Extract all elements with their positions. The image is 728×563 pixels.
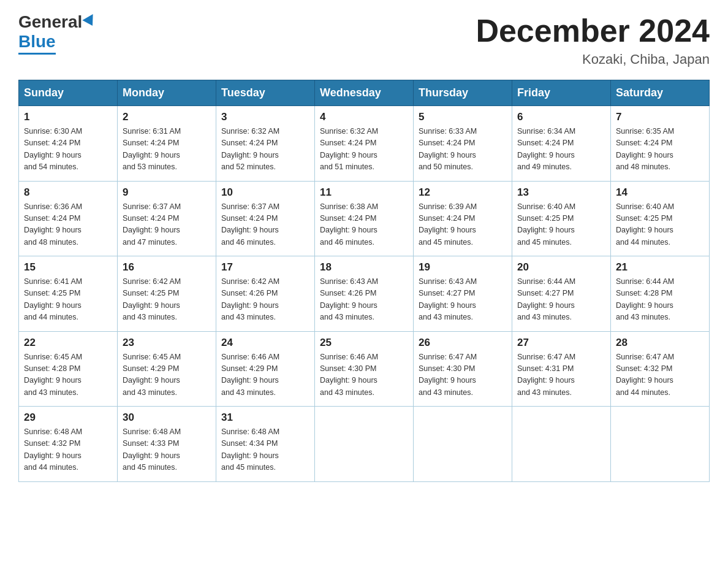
day-number: 17 xyxy=(221,261,309,274)
day-info: Sunrise: 6:34 AMSunset: 4:24 PMDaylight:… xyxy=(517,126,605,174)
day-number: 2 xyxy=(123,111,211,123)
calendar-cell: 23Sunrise: 6:45 AMSunset: 4:29 PMDayligh… xyxy=(118,331,216,407)
calendar-cell: 20Sunrise: 6:44 AMSunset: 4:27 PMDayligh… xyxy=(512,256,611,332)
day-number: 9 xyxy=(123,186,211,199)
calendar-cell: 22Sunrise: 6:45 AMSunset: 4:28 PMDayligh… xyxy=(19,331,118,407)
calendar-cell: 1Sunrise: 6:30 AMSunset: 4:24 PMDaylight… xyxy=(19,106,118,182)
title-section: December 2024 Kozaki, Chiba, Japan xyxy=(476,12,710,67)
calendar-cell: 15Sunrise: 6:41 AMSunset: 4:25 PMDayligh… xyxy=(19,256,118,332)
calendar-cell: 14Sunrise: 6:40 AMSunset: 4:25 PMDayligh… xyxy=(611,181,710,256)
day-info: Sunrise: 6:45 AMSunset: 4:28 PMDaylight:… xyxy=(24,351,112,399)
day-number: 15 xyxy=(24,261,112,274)
day-number: 29 xyxy=(24,412,112,424)
day-info: Sunrise: 6:47 AMSunset: 4:32 PMDaylight:… xyxy=(616,351,704,399)
calendar-cell: 13Sunrise: 6:40 AMSunset: 4:25 PMDayligh… xyxy=(512,181,611,256)
day-info: Sunrise: 6:38 AMSunset: 4:24 PMDaylight:… xyxy=(320,201,408,249)
calendar-cell: 4Sunrise: 6:32 AMSunset: 4:24 PMDaylight… xyxy=(315,106,414,182)
day-of-week-header: Monday xyxy=(118,80,216,106)
day-number: 21 xyxy=(616,261,704,274)
calendar-cell: 8Sunrise: 6:36 AMSunset: 4:24 PMDaylight… xyxy=(19,181,118,256)
calendar-cell: 18Sunrise: 6:43 AMSunset: 4:26 PMDayligh… xyxy=(315,256,414,332)
day-info: Sunrise: 6:40 AMSunset: 4:25 PMDaylight:… xyxy=(517,201,605,249)
day-number: 27 xyxy=(517,337,605,349)
day-of-week-header: Tuesday xyxy=(216,80,315,106)
calendar-cell xyxy=(611,407,710,482)
calendar-week-row: 15Sunrise: 6:41 AMSunset: 4:25 PMDayligh… xyxy=(19,256,710,332)
calendar-week-row: 1Sunrise: 6:30 AMSunset: 4:24 PMDaylight… xyxy=(19,106,710,182)
day-number: 13 xyxy=(517,186,605,199)
day-info: Sunrise: 6:30 AMSunset: 4:24 PMDaylight:… xyxy=(24,126,112,174)
day-number: 22 xyxy=(24,337,112,349)
day-number: 19 xyxy=(419,261,507,274)
calendar-cell: 9Sunrise: 6:37 AMSunset: 4:24 PMDaylight… xyxy=(118,181,216,256)
calendar-cell: 3Sunrise: 6:32 AMSunset: 4:24 PMDaylight… xyxy=(216,106,315,182)
logo-triangle-icon xyxy=(83,14,98,29)
day-info: Sunrise: 6:48 AMSunset: 4:33 PMDaylight:… xyxy=(123,426,211,474)
calendar-cell: 16Sunrise: 6:42 AMSunset: 4:25 PMDayligh… xyxy=(118,256,216,332)
calendar-body: 1Sunrise: 6:30 AMSunset: 4:24 PMDaylight… xyxy=(19,106,710,482)
day-info: Sunrise: 6:33 AMSunset: 4:24 PMDaylight:… xyxy=(419,126,507,174)
day-info: Sunrise: 6:45 AMSunset: 4:29 PMDaylight:… xyxy=(123,351,211,399)
calendar-cell: 30Sunrise: 6:48 AMSunset: 4:33 PMDayligh… xyxy=(118,407,216,482)
day-number: 30 xyxy=(123,412,211,424)
day-info: Sunrise: 6:48 AMSunset: 4:32 PMDaylight:… xyxy=(24,426,112,474)
calendar-cell xyxy=(315,407,414,482)
calendar-cell: 7Sunrise: 6:35 AMSunset: 4:24 PMDaylight… xyxy=(611,106,710,182)
day-number: 12 xyxy=(419,186,507,199)
calendar-cell: 26Sunrise: 6:47 AMSunset: 4:30 PMDayligh… xyxy=(414,331,512,407)
day-of-week-header: Saturday xyxy=(611,80,710,106)
day-info: Sunrise: 6:40 AMSunset: 4:25 PMDaylight:… xyxy=(616,201,704,249)
calendar-cell: 27Sunrise: 6:47 AMSunset: 4:31 PMDayligh… xyxy=(512,331,611,407)
calendar-cell: 11Sunrise: 6:38 AMSunset: 4:24 PMDayligh… xyxy=(315,181,414,256)
day-info: Sunrise: 6:44 AMSunset: 4:27 PMDaylight:… xyxy=(517,276,605,324)
day-number: 26 xyxy=(419,337,507,349)
calendar-cell: 24Sunrise: 6:46 AMSunset: 4:29 PMDayligh… xyxy=(216,331,315,407)
day-info: Sunrise: 6:37 AMSunset: 4:24 PMDaylight:… xyxy=(123,201,211,249)
day-info: Sunrise: 6:32 AMSunset: 4:24 PMDaylight:… xyxy=(320,126,408,174)
calendar-cell: 29Sunrise: 6:48 AMSunset: 4:32 PMDayligh… xyxy=(19,407,118,482)
day-number: 8 xyxy=(24,186,112,199)
calendar-subtitle: Kozaki, Chiba, Japan xyxy=(476,52,710,67)
day-number: 10 xyxy=(221,186,309,199)
day-info: Sunrise: 6:41 AMSunset: 4:25 PMDaylight:… xyxy=(24,276,112,324)
day-number: 20 xyxy=(517,261,605,274)
calendar-cell: 5Sunrise: 6:33 AMSunset: 4:24 PMDaylight… xyxy=(414,106,512,182)
calendar-cell: 31Sunrise: 6:48 AMSunset: 4:34 PMDayligh… xyxy=(216,407,315,482)
day-info: Sunrise: 6:43 AMSunset: 4:27 PMDaylight:… xyxy=(419,276,507,324)
day-info: Sunrise: 6:46 AMSunset: 4:30 PMDaylight:… xyxy=(320,351,408,399)
day-number: 11 xyxy=(320,186,408,199)
calendar-cell: 25Sunrise: 6:46 AMSunset: 4:30 PMDayligh… xyxy=(315,331,414,407)
day-of-week-header: Thursday xyxy=(414,80,512,106)
day-number: 31 xyxy=(221,412,309,424)
day-number: 18 xyxy=(320,261,408,274)
day-info: Sunrise: 6:46 AMSunset: 4:29 PMDaylight:… xyxy=(221,351,309,399)
calendar-cell xyxy=(512,407,611,482)
day-number: 6 xyxy=(517,111,605,123)
day-number: 4 xyxy=(320,111,408,123)
calendar-cell: 28Sunrise: 6:47 AMSunset: 4:32 PMDayligh… xyxy=(611,331,710,407)
day-info: Sunrise: 6:31 AMSunset: 4:24 PMDaylight:… xyxy=(123,126,211,174)
logo: General Blue xyxy=(18,12,96,55)
day-info: Sunrise: 6:37 AMSunset: 4:24 PMDaylight:… xyxy=(221,201,309,249)
calendar-header: SundayMondayTuesdayWednesdayThursdayFrid… xyxy=(19,80,710,106)
calendar-cell: 6Sunrise: 6:34 AMSunset: 4:24 PMDaylight… xyxy=(512,106,611,182)
day-number: 25 xyxy=(320,337,408,349)
calendar-week-row: 22Sunrise: 6:45 AMSunset: 4:28 PMDayligh… xyxy=(19,331,710,407)
logo-general-text: General xyxy=(18,12,82,32)
day-info: Sunrise: 6:42 AMSunset: 4:26 PMDaylight:… xyxy=(221,276,309,324)
day-number: 1 xyxy=(24,111,112,123)
page-header: General Blue December 2024 Kozaki, Chiba… xyxy=(18,12,710,67)
day-info: Sunrise: 6:32 AMSunset: 4:24 PMDaylight:… xyxy=(221,126,309,174)
calendar-week-row: 29Sunrise: 6:48 AMSunset: 4:32 PMDayligh… xyxy=(19,407,710,482)
day-number: 5 xyxy=(419,111,507,123)
calendar-cell: 21Sunrise: 6:44 AMSunset: 4:28 PMDayligh… xyxy=(611,256,710,332)
calendar-title: December 2024 xyxy=(476,12,710,49)
day-of-week-header: Sunday xyxy=(19,80,118,106)
calendar-cell: 2Sunrise: 6:31 AMSunset: 4:24 PMDaylight… xyxy=(118,106,216,182)
day-info: Sunrise: 6:39 AMSunset: 4:24 PMDaylight:… xyxy=(419,201,507,249)
day-info: Sunrise: 6:48 AMSunset: 4:34 PMDaylight:… xyxy=(221,426,309,474)
day-number: 28 xyxy=(616,337,704,349)
day-number: 7 xyxy=(616,111,704,123)
day-number: 16 xyxy=(123,261,211,274)
logo-blue-text: Blue xyxy=(18,32,56,55)
